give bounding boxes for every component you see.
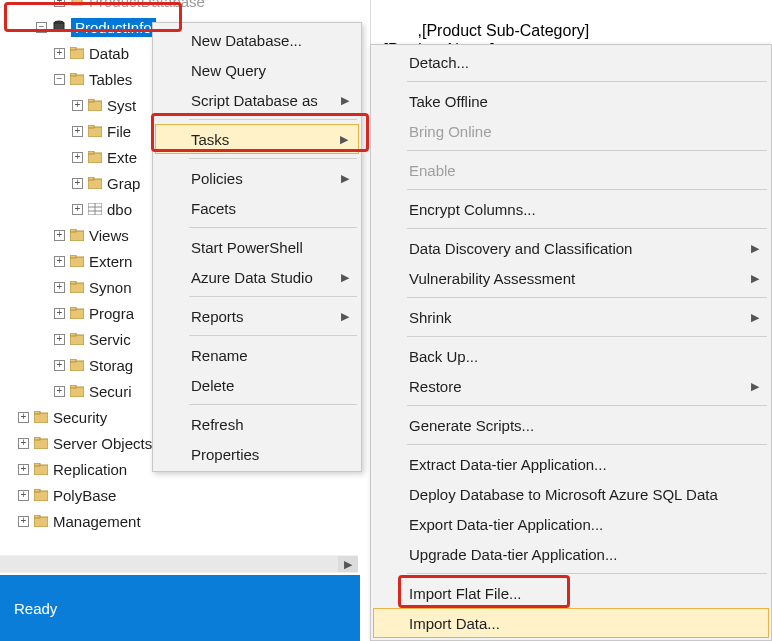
context-menu-database[interactable]: New Database... New Query Script Databas… (152, 22, 362, 472)
scroll-right-button[interactable]: ▶ (338, 556, 358, 572)
menu-item-vulnerability-assessment[interactable]: Vulnerability Assessment▶ (373, 263, 769, 293)
tree-label: Synon (89, 279, 132, 296)
tree-label: Exte (107, 149, 137, 166)
menu-item-generate-scripts[interactable]: Generate Scripts... (373, 410, 769, 440)
menu-item-reports[interactable]: Reports▶ (155, 301, 359, 331)
expand-icon[interactable]: + (54, 256, 65, 267)
menu-item-new-database[interactable]: New Database... (155, 25, 359, 55)
menu-item-deploy-azure[interactable]: Deploy Database to Microsoft Azure SQL D… (373, 479, 769, 509)
svg-rect-3 (54, 23, 64, 31)
tree-label: Datab (89, 45, 129, 62)
folder-icon (33, 435, 49, 451)
collapse-icon[interactable]: − (36, 22, 47, 33)
svg-rect-29 (70, 333, 76, 336)
menu-separator (189, 335, 357, 336)
menu-item-tasks[interactable]: Tasks▶ (155, 124, 359, 154)
expand-icon[interactable]: + (18, 412, 29, 423)
menu-separator (407, 228, 767, 229)
expand-icon[interactable]: + (72, 152, 83, 163)
menu-separator (407, 150, 767, 151)
menu-item-properties[interactable]: Properties (155, 439, 359, 469)
folder-icon (69, 227, 85, 243)
expand-icon[interactable]: + (54, 334, 65, 345)
expand-icon[interactable]: + (54, 360, 65, 371)
horizontal-scrollbar[interactable]: ▶ (0, 555, 358, 573)
menu-item-policies[interactable]: Policies▶ (155, 163, 359, 193)
menu-separator (407, 444, 767, 445)
menu-item-export-data-tier[interactable]: Export Data-tier Application... (373, 509, 769, 539)
database-icon (69, 0, 85, 9)
expand-icon[interactable]: + (72, 204, 83, 215)
svg-rect-25 (70, 281, 76, 284)
expand-icon[interactable]: + (18, 438, 29, 449)
folder-icon (33, 409, 49, 425)
menu-item-rename[interactable]: Rename (155, 340, 359, 370)
expand-icon[interactable]: + (54, 230, 65, 241)
expand-icon[interactable]: + (72, 100, 83, 111)
expand-icon[interactable]: + (54, 308, 65, 319)
menu-item-delete[interactable]: Delete (155, 370, 359, 400)
menu-item-script-database-as[interactable]: Script Database as▶ (155, 85, 359, 115)
menu-item-encrypt-columns[interactable]: Encrypt Columns... (373, 194, 769, 224)
menu-separator (407, 189, 767, 190)
submenu-arrow-icon: ▶ (751, 242, 759, 255)
tree-label: Extern (89, 253, 132, 270)
folder-icon (87, 149, 103, 165)
menu-item-back-up[interactable]: Back Up... (373, 341, 769, 371)
svg-rect-11 (88, 125, 94, 128)
expand-icon[interactable]: + (54, 0, 65, 7)
menu-item-new-query[interactable]: New Query (155, 55, 359, 85)
folder-icon (87, 175, 103, 191)
tree-label: Management (53, 513, 141, 530)
tree-label: Replication (53, 461, 127, 478)
menu-separator (189, 296, 357, 297)
menu-item-data-discovery[interactable]: Data Discovery and Classification▶ (373, 233, 769, 263)
menu-separator (407, 297, 767, 298)
expand-icon[interactable]: + (18, 490, 29, 501)
tree-label: Views (89, 227, 129, 244)
tree-label: Server Objects (53, 435, 152, 452)
menu-item-start-powershell[interactable]: Start PowerShell (155, 232, 359, 262)
menu-item-refresh[interactable]: Refresh (155, 409, 359, 439)
menu-item-take-offline[interactable]: Take Offline (373, 86, 769, 116)
menu-item-upgrade-data-tier[interactable]: Upgrade Data-tier Application... (373, 539, 769, 569)
status-bar: Ready (0, 575, 360, 641)
folder-icon (69, 45, 85, 61)
menu-separator (189, 158, 357, 159)
tree-label: Securi (89, 383, 132, 400)
menu-item-detach[interactable]: Detach... (373, 47, 769, 77)
menu-item-azure-data-studio[interactable]: Azure Data Studio▶ (155, 262, 359, 292)
menu-item-import-data[interactable]: Import Data... (373, 608, 769, 638)
tree-node[interactable]: + PolyBase (0, 482, 360, 508)
expand-icon[interactable]: + (54, 386, 65, 397)
menu-item-facets[interactable]: Facets (155, 193, 359, 223)
menu-item-import-flat-file[interactable]: Import Flat File... (373, 578, 769, 608)
context-menu-tasks[interactable]: Detach... Take Offline Bring Online Enab… (370, 44, 772, 641)
submenu-arrow-icon: ▶ (341, 310, 349, 323)
tree-label: Syst (107, 97, 136, 114)
expand-icon[interactable]: + (72, 126, 83, 137)
tree-node[interactable]: + Management (0, 508, 360, 534)
folder-icon (69, 305, 85, 321)
menu-item-restore[interactable]: Restore▶ (373, 371, 769, 401)
folder-icon (87, 123, 103, 139)
tree-label: Storag (89, 357, 133, 374)
expand-icon[interactable]: + (54, 282, 65, 293)
expand-icon[interactable]: + (72, 178, 83, 189)
expand-icon[interactable]: + (54, 48, 65, 59)
menu-item-bring-online: Bring Online (373, 116, 769, 146)
folder-icon (33, 513, 49, 529)
folder-icon (33, 461, 49, 477)
menu-item-extract-data-tier[interactable]: Extract Data-tier Application... (373, 449, 769, 479)
tree-node-database-truncated[interactable]: + ProductDatabase (0, 0, 360, 14)
expand-icon[interactable]: + (18, 464, 29, 475)
submenu-arrow-icon: ▶ (341, 172, 349, 185)
tree-label: PolyBase (53, 487, 116, 504)
menu-item-shrink[interactable]: Shrink▶ (373, 302, 769, 332)
sql-editor-preview: ,[Product Sub-Category] [Product Name] (370, 0, 772, 45)
svg-rect-37 (34, 437, 40, 440)
expand-icon[interactable]: + (18, 516, 29, 527)
menu-separator (407, 336, 767, 337)
submenu-arrow-icon: ▶ (341, 271, 349, 284)
collapse-icon[interactable]: − (54, 74, 65, 85)
